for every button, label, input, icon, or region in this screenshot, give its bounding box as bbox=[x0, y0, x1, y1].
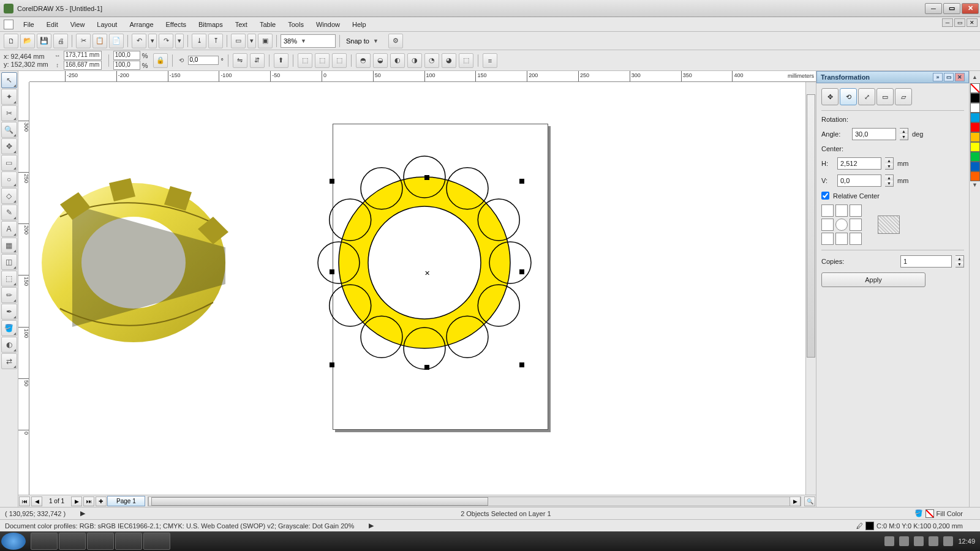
toolbox-tool-1[interactable]: ✦ bbox=[1, 89, 17, 105]
tray-icon[interactable] bbox=[929, 536, 938, 546]
toolbox-tool-2[interactable]: ✂ bbox=[1, 105, 17, 121]
docker-collapse[interactable]: » bbox=[933, 73, 943, 81]
toolbox-tool-16[interactable]: ◐ bbox=[1, 337, 17, 353]
toolbox-tool-7[interactable]: ◇ bbox=[1, 188, 17, 204]
redo-dropdown[interactable]: ▾ bbox=[175, 34, 184, 48]
nav-last[interactable]: ⏭ bbox=[83, 497, 94, 506]
selection-center[interactable]: ✕ bbox=[424, 269, 430, 277]
tray-icon[interactable] bbox=[884, 536, 894, 546]
center-h-spinner[interactable]: ▲▼ bbox=[885, 157, 894, 170]
task-word[interactable] bbox=[143, 533, 170, 550]
angle-input[interactable]: 30,0 bbox=[852, 128, 896, 140]
task-media[interactable] bbox=[59, 533, 86, 550]
app-launcher-dropdown[interactable]: ▾ bbox=[247, 34, 256, 48]
task-explorer[interactable] bbox=[31, 533, 58, 550]
selection-handle-ne[interactable] bbox=[519, 179, 524, 184]
menu-view[interactable]: View bbox=[64, 19, 91, 30]
tab-position[interactable]: ✥ bbox=[821, 88, 839, 105]
selection-handle-e[interactable] bbox=[519, 269, 524, 274]
swatch-none[interactable] bbox=[970, 83, 980, 93]
gear-3d-art[interactable] bbox=[36, 162, 250, 364]
copies-input[interactable]: 1 bbox=[900, 255, 952, 268]
undo-dropdown[interactable]: ▾ bbox=[148, 34, 157, 48]
add-page[interactable]: ✚ bbox=[96, 497, 107, 506]
toolbox-tool-15[interactable]: 🪣 bbox=[1, 320, 17, 336]
swatch[interactable] bbox=[970, 132, 980, 142]
to-front-button[interactable]: ⬆ bbox=[274, 53, 288, 68]
center-v-spinner[interactable]: ▲▼ bbox=[885, 174, 894, 187]
selection-handle-s[interactable] bbox=[424, 365, 429, 370]
tray-icon[interactable] bbox=[899, 536, 909, 546]
swatch[interactable] bbox=[970, 93, 980, 103]
nav-prev[interactable]: ◀ bbox=[31, 497, 42, 506]
toolbox-tool-11[interactable]: ◫ bbox=[1, 254, 17, 270]
app-launcher-button[interactable]: ▭ bbox=[231, 34, 246, 48]
nav-next[interactable]: ▶ bbox=[71, 497, 82, 506]
clock[interactable]: 12:49 bbox=[958, 538, 975, 545]
docker-menu[interactable]: ▭ bbox=[944, 73, 954, 81]
front-minus-back-button[interactable]: ◔ bbox=[424, 53, 439, 68]
menu-layout[interactable]: Layout bbox=[91, 19, 123, 30]
tray-icon[interactable] bbox=[943, 536, 953, 546]
simplify-button[interactable]: ◑ bbox=[407, 53, 422, 68]
mdi-minimize[interactable]: ─ bbox=[942, 18, 953, 27]
toolbox-tool-14[interactable]: ✒ bbox=[1, 304, 17, 320]
horizontal-scrollbar[interactable]: ◀ ▶ bbox=[148, 497, 801, 506]
selection-handle-w[interactable] bbox=[330, 269, 334, 274]
group-button[interactable]: ⬚ bbox=[298, 53, 312, 68]
relative-center-checkbox[interactable] bbox=[821, 192, 829, 200]
save-button[interactable]: 💾 bbox=[37, 34, 51, 48]
canvas-viewport[interactable]: ✕ bbox=[29, 82, 805, 495]
ungroup-button[interactable]: ⬚ bbox=[315, 53, 330, 68]
boundary-button[interactable]: ⬚ bbox=[459, 53, 473, 68]
height-input[interactable]: 168,687 mm bbox=[64, 61, 102, 70]
close-button[interactable]: ✕ bbox=[962, 3, 979, 14]
tab-rotate[interactable]: ⟲ bbox=[840, 88, 857, 105]
width-input[interactable]: 173,711 mm bbox=[64, 51, 102, 60]
angle-input[interactable]: 0,0 bbox=[188, 56, 219, 65]
center-h-input[interactable]: 2,512 bbox=[837, 157, 881, 170]
nav-first[interactable]: ⏮ bbox=[19, 497, 30, 506]
menu-arrange[interactable]: Arrange bbox=[123, 19, 159, 30]
open-button[interactable]: 📂 bbox=[20, 34, 35, 48]
selection-handle-se[interactable] bbox=[519, 362, 524, 367]
docker-close[interactable]: ✕ bbox=[955, 73, 965, 81]
toolbox-tool-0[interactable]: ↖ bbox=[1, 72, 17, 88]
options-button[interactable]: ⚙ bbox=[388, 34, 403, 48]
copy-button[interactable]: 📋 bbox=[92, 34, 107, 48]
swatch[interactable] bbox=[970, 122, 980, 132]
mirror-v-button[interactable]: ⇵ bbox=[250, 53, 265, 68]
menu-edit[interactable]: Edit bbox=[40, 19, 64, 30]
copies-spinner[interactable]: ▲▼ bbox=[956, 255, 964, 268]
apply-button[interactable]: Apply bbox=[821, 272, 925, 287]
vertical-scrollbar[interactable] bbox=[805, 82, 816, 495]
intersect-button[interactable]: ◐ bbox=[390, 53, 405, 68]
task-coreldraw[interactable] bbox=[115, 533, 142, 550]
new-button[interactable]: 🗋 bbox=[4, 34, 18, 48]
zoom-combo[interactable]: 38% ▼ bbox=[281, 34, 336, 48]
toolbox-tool-3[interactable]: 🔍 bbox=[1, 122, 17, 138]
trim-button[interactable]: ◒ bbox=[373, 53, 388, 68]
menu-bitmaps[interactable]: Bitmaps bbox=[192, 19, 229, 30]
toolbox-tool-12[interactable]: ⬚ bbox=[1, 271, 17, 287]
anchor-grid[interactable] bbox=[821, 204, 862, 245]
swatch[interactable] bbox=[970, 162, 980, 171]
menu-tools[interactable]: Tools bbox=[282, 19, 310, 30]
tray-icon[interactable] bbox=[914, 536, 924, 546]
align-button[interactable]: ≡ bbox=[483, 53, 497, 68]
start-button[interactable] bbox=[1, 533, 26, 550]
zoom-page-button[interactable]: 🔍 bbox=[804, 497, 815, 506]
selection-handle-sw[interactable] bbox=[330, 362, 334, 367]
minimize-button[interactable]: ─ bbox=[925, 3, 942, 14]
swatch[interactable] bbox=[970, 171, 980, 181]
selection-handle-n[interactable] bbox=[424, 175, 429, 180]
tab-size[interactable]: ▭ bbox=[876, 88, 894, 105]
fill-swatch[interactable] bbox=[925, 509, 934, 518]
center-v-input[interactable]: 0,0 bbox=[837, 174, 881, 187]
snap-combo[interactable]: Snap to ▼ bbox=[344, 34, 386, 48]
outline-swatch[interactable] bbox=[865, 522, 874, 530]
menu-file[interactable]: File bbox=[17, 19, 40, 30]
selection-handle-nw[interactable] bbox=[330, 179, 334, 184]
cut-button[interactable]: ✂ bbox=[76, 34, 91, 48]
toolbox-tool-4[interactable]: ✥ bbox=[1, 138, 17, 154]
